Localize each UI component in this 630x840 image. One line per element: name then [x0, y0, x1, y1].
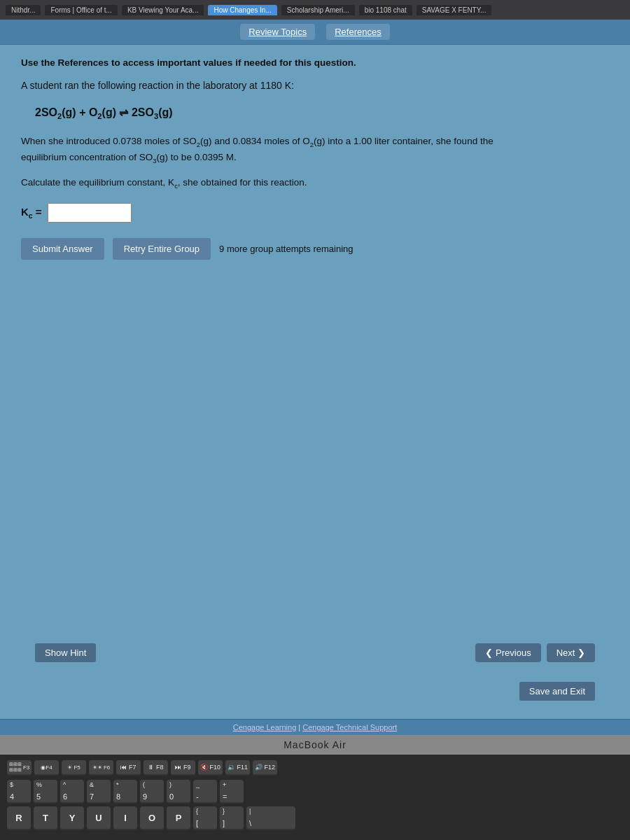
key-9[interactable]: ( 9: [140, 780, 164, 804]
footer-separator: |: [298, 723, 300, 732]
key-F11[interactable]: 🔉 F11: [225, 760, 250, 776]
show-hint-button[interactable]: Show Hint: [35, 643, 96, 662]
browser-tab-6[interactable]: bio 1108 chat: [359, 5, 412, 15]
key-F12[interactable]: 🔊 F12: [253, 760, 277, 776]
key-close-bracket[interactable]: } ]: [220, 806, 244, 830]
question-spacer: [21, 268, 609, 626]
main-screen: Review Topics References Use the Referen…: [0, 20, 630, 735]
kc-input[interactable]: [48, 203, 132, 223]
bottom-navigation: Show Hint ❮ Previous Next ❯: [21, 635, 609, 671]
previous-button[interactable]: ❮ Previous: [475, 643, 540, 662]
browser-tab-5[interactable]: Scholarship Ameri...: [281, 5, 355, 15]
references-note: Use the References to access important v…: [21, 57, 609, 68]
buttons-row: Submit Answer Retry Entire Group 9 more …: [21, 238, 609, 260]
key-5[interactable]: % 5: [34, 780, 57, 804]
tab-review-topics[interactable]: Review Topics: [240, 24, 315, 40]
cengage-learning-link[interactable]: Cengage Learning: [233, 723, 297, 732]
macbook-label: MacBook Air: [0, 735, 630, 755]
key-6[interactable]: ^ 6: [60, 780, 84, 804]
tab-references[interactable]: References: [326, 24, 389, 40]
key-U[interactable]: U: [87, 806, 111, 830]
key-F7[interactable]: ⏮ F7: [116, 760, 141, 776]
key-F8[interactable]: ⏸ F8: [144, 760, 168, 776]
key-I[interactable]: I: [113, 806, 137, 830]
browser-tab-4[interactable]: How Changes In...: [208, 5, 276, 15]
keyboard: ⊞⊞⊞⊞⊞⊞ F3 ◉ F4 ☀ F5 ☀☀ F6 ⏮ F7 ⏸ F8 ⏭ F9…: [0, 755, 630, 840]
letter-key-row: R T Y U I O P { [ } ] | \: [7, 806, 623, 830]
key-F5[interactable]: ☀ F5: [62, 760, 86, 776]
save-exit-row: Save and Exit: [21, 679, 609, 706]
key-0[interactable]: ) 0: [167, 780, 190, 804]
kc-label: Kc =: [21, 206, 42, 220]
key-F3[interactable]: ⊞⊞⊞⊞⊞⊞ F3: [7, 760, 31, 776]
browser-tab-7[interactable]: SAVAGE X FENTY...: [416, 5, 492, 15]
question-area: Use the References to access important v…: [0, 45, 630, 719]
calculate-text: Calculate the equilibrium constant, Kc, …: [21, 175, 609, 192]
key-O[interactable]: O: [140, 806, 164, 830]
key-open-bracket[interactable]: { [: [193, 806, 217, 830]
browser-tab-1[interactable]: Nithdr...: [6, 5, 41, 15]
number-key-row: $ 4 % 5 ^ 6 & 7 * 8 ( 9 ) 0 _ -: [7, 780, 623, 804]
retry-group-button[interactable]: Retry Entire Group: [113, 238, 211, 260]
reaction-equation: 2SO2(g) + O2(g) ⇌ 2SO3(g): [35, 106, 609, 120]
prev-next-buttons: ❮ Previous Next ❯: [475, 643, 595, 662]
key-F4[interactable]: ◉ F4: [34, 760, 59, 776]
browser-tabs: Nithdr... Forms | Office of t... KB View…: [0, 0, 630, 20]
key-minus[interactable]: _ -: [193, 780, 217, 804]
cengage-footer: Cengage Learning | Cengage Technical Sup…: [0, 719, 630, 735]
key-7[interactable]: & 7: [87, 780, 111, 804]
next-button[interactable]: Next ❯: [547, 643, 595, 662]
problem-text: When she introduced 0.0738 moles of SO2(…: [21, 134, 609, 167]
cengage-support-link[interactable]: Cengage Technical Support: [302, 723, 397, 732]
attempts-remaining: 9 more group attempts remaining: [219, 244, 353, 254]
key-F10[interactable]: 🔇 F10: [198, 760, 223, 776]
cengage-header: Review Topics References: [0, 20, 630, 45]
browser-tab-2[interactable]: Forms | Office of t...: [45, 5, 117, 15]
question-intro: A student ran the following reaction in …: [21, 78, 609, 93]
submit-answer-button[interactable]: Submit Answer: [21, 238, 104, 260]
chevron-right-icon: ❯: [578, 648, 585, 658]
key-Y[interactable]: Y: [60, 806, 84, 830]
key-8[interactable]: * 8: [113, 780, 137, 804]
key-4[interactable]: $ 4: [7, 780, 31, 804]
key-F9[interactable]: ⏭ F9: [171, 760, 195, 776]
kc-row: Kc =: [21, 203, 609, 223]
function-key-row: ⊞⊞⊞⊞⊞⊞ F3 ◉ F4 ☀ F5 ☀☀ F6 ⏮ F7 ⏸ F8 ⏭ F9…: [7, 760, 623, 776]
save-exit-button[interactable]: Save and Exit: [519, 682, 595, 701]
key-F6[interactable]: ☀☀ F6: [89, 760, 113, 776]
key-equals[interactable]: + =: [220, 780, 244, 804]
key-T[interactable]: T: [34, 806, 57, 830]
key-R[interactable]: R: [7, 806, 31, 830]
chevron-left-icon: ❮: [485, 648, 493, 658]
key-P[interactable]: P: [167, 806, 190, 830]
key-backslash[interactable]: | \: [246, 806, 295, 830]
browser-tab-3[interactable]: KB Viewing Your Aca...: [122, 5, 204, 15]
